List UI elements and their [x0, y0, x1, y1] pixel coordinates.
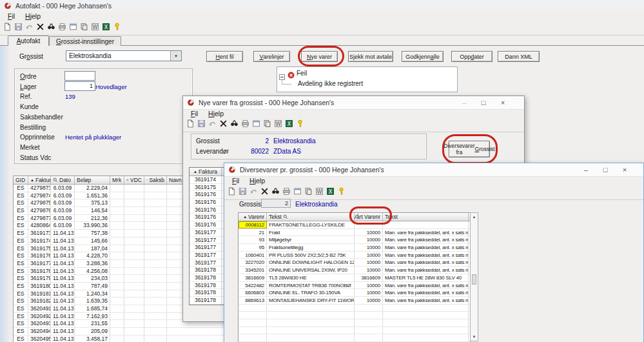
save-button[interactable] — [237, 187, 248, 197]
preview-button[interactable] — [68, 23, 78, 33]
table-row[interactable]: 3816609TL5 28W/830 HE3816609MASTER TL5 H… — [239, 274, 470, 282]
menu-item-fil[interactable]: Fil — [187, 109, 202, 118]
scrollbar-thumb[interactable] — [472, 274, 476, 285]
maximize-button[interactable]: □ — [474, 96, 493, 109]
cell-tekst2: Man. vare fra pakkseddel, ant. x sats m/ — [383, 229, 469, 236]
find-button[interactable] — [229, 119, 239, 130]
column-header-mrk[interactable]: Mrk — [110, 176, 124, 184]
word-icon: W — [91, 22, 99, 34]
close-button[interactable]: × — [493, 96, 512, 109]
print-button[interactable] — [281, 187, 291, 197]
undo-button[interactable] — [207, 119, 217, 130]
sjekk-mot-avtale-button[interactable]: Sjekk mot avtale — [348, 51, 393, 62]
grossist-number-field[interactable]: 2 — [261, 199, 291, 208]
column-header-dato[interactable]: Dato — [51, 176, 75, 184]
table-row[interactable] — [239, 334, 470, 342]
word-button[interactable]: W — [314, 187, 324, 197]
undo-button[interactable] — [24, 23, 34, 33]
key-button[interactable] — [112, 23, 122, 33]
tab-autofakt[interactable]: Autofakt — [8, 35, 49, 46]
table-row[interactable]: 21Frakt10000Man. vare fra pakkseddel, an… — [239, 229, 470, 237]
field-input-lager[interactable]: 1 — [64, 81, 95, 91]
menu-item-hjelp[interactable]: Hjelp — [21, 12, 44, 21]
cell-dato: 11.04.13 — [51, 260, 75, 267]
cell-mrk — [110, 237, 124, 245]
table-row[interactable]: 6606803ONNLINE EL. TRAFO 30-150VA10000Ma… — [239, 289, 470, 297]
word-button[interactable]: W — [90, 23, 100, 33]
delete-button[interactable] — [218, 119, 228, 130]
column-header-gid[interactable]: GID — [14, 176, 28, 184]
print-button[interactable] — [240, 119, 250, 130]
table-row[interactable] — [239, 319, 470, 327]
table-row[interactable]: 1060401PR PLUSS 500V 2X2,5/2,5 B2 75K100… — [239, 252, 470, 259]
hent-fil-button[interactable]: Hent fil — [206, 51, 243, 62]
close-button[interactable]: × — [615, 163, 634, 176]
preview-button[interactable] — [292, 187, 302, 197]
word-button[interactable]: W — [273, 119, 283, 130]
chevron-down-icon[interactable]: ▼ — [170, 51, 181, 61]
grossist-combobox[interactable]: Elektroskandia ▼ — [66, 50, 182, 61]
menu-item-fil[interactable]: Fil — [4, 12, 19, 21]
table-row[interactable] — [239, 327, 470, 335]
table-row[interactable]: 95Fraktsonetillegg10000Man. vare fra pak… — [239, 244, 470, 252]
delete-button[interactable] — [259, 187, 269, 197]
key-button[interactable] — [295, 119, 305, 130]
table-row[interactable]: 93Miljøgebyr10000Man. vare fra pakksedde… — [239, 236, 470, 244]
table-row[interactable]: 8869613MONTASJEHANSKE DRY-FIT 11WORKH100… — [239, 297, 470, 305]
oppdater-button[interactable]: Oppdater — [451, 51, 493, 62]
maximize-button[interactable]: □ — [596, 163, 615, 176]
column-header-saksb[interactable]: Saksb — [144, 176, 167, 184]
column-header-faktura[interactable]: ▲Faktura — [190, 168, 222, 176]
copy-button[interactable] — [79, 23, 89, 33]
varelinjer-button[interactable]: Varelinjer — [253, 51, 290, 62]
column-header-tekst[interactable]: Tekst — [267, 213, 355, 221]
table-row[interactable] — [239, 305, 470, 312]
scroll-down-icon[interactable]: ▼ — [471, 334, 478, 340]
table-row[interactable] — [239, 312, 470, 319]
field-input-ordre[interactable] — [64, 71, 95, 81]
cell-tekst2 — [383, 305, 469, 312]
minimize-button[interactable]: – — [454, 96, 474, 109]
save-button[interactable] — [196, 119, 206, 130]
excel-button[interactable]: X — [284, 119, 294, 130]
dann-xml-button[interactable]: Dann XML — [498, 51, 540, 62]
excel-button[interactable]: X — [101, 23, 111, 33]
undo-button[interactable] — [248, 187, 259, 197]
find-button[interactable] — [270, 187, 280, 197]
cell-gid: ES — [14, 185, 28, 192]
find-icon — [271, 186, 280, 198]
column-header-vdc[interactable]: VDC — [124, 176, 144, 184]
table-row[interactable]: 3227020ONNLINE DOWNLIGHT HALOGEN 12V,100… — [239, 259, 470, 267]
column-header-tekst2[interactable]: Tekst — [383, 213, 469, 221]
find-button[interactable] — [46, 23, 56, 33]
godkjenn-alle-button[interactable]: Godkjenn alle — [402, 51, 444, 62]
copy-button[interactable] — [303, 187, 313, 197]
column-header-varenr[interactable]: ▲Varenr — [239, 213, 267, 221]
scroll-up-icon[interactable]: ▲ — [471, 214, 478, 220]
new-document-button[interactable] — [185, 119, 195, 130]
tab-grossist-innstillinger[interactable]: Grossist-innstillinger — [49, 36, 121, 46]
cell-mrk — [110, 336, 124, 342]
menu-item-fil[interactable]: Fil — [228, 176, 243, 185]
menu-item-hjelp[interactable]: Hjelp — [204, 109, 228, 118]
excel-button[interactable]: X — [325, 187, 335, 197]
new-document-button[interactable] — [2, 23, 12, 33]
cell-saksb — [144, 313, 167, 320]
save-button[interactable] — [13, 23, 23, 33]
key-button[interactable] — [336, 187, 346, 197]
column-header-faktura[interactable]: ▲Faktura — [28, 176, 51, 184]
delete-button[interactable] — [35, 23, 45, 33]
tree-collapse-icon[interactable] — [279, 71, 285, 83]
minimize-button[interactable]: – — [576, 163, 596, 176]
menu-item-hjelp[interactable]: Hjelp — [246, 176, 269, 185]
copy-button[interactable] — [262, 119, 272, 130]
new-document-button[interactable] — [226, 187, 237, 197]
cell-belop: 3.288,36 — [75, 260, 110, 267]
table-row[interactable]: 3345201ONNLINE UNIVERSAL 2X9W, IP2010000… — [239, 267, 470, 274]
preview-button[interactable] — [251, 119, 261, 130]
vertical-scrollbar[interactable]: ▲ ▼ — [470, 212, 478, 341]
column-header-belop[interactable]: Beløp — [75, 176, 110, 184]
table-row[interactable]: 5422482ROMTERMOSTAT TRB36 700NOBØ10000Ma… — [239, 282, 470, 290]
print-button[interactable] — [57, 23, 67, 33]
cell-tekst: MONTASJEHANSKE DRY-FIT 11WORKH — [267, 297, 355, 304]
